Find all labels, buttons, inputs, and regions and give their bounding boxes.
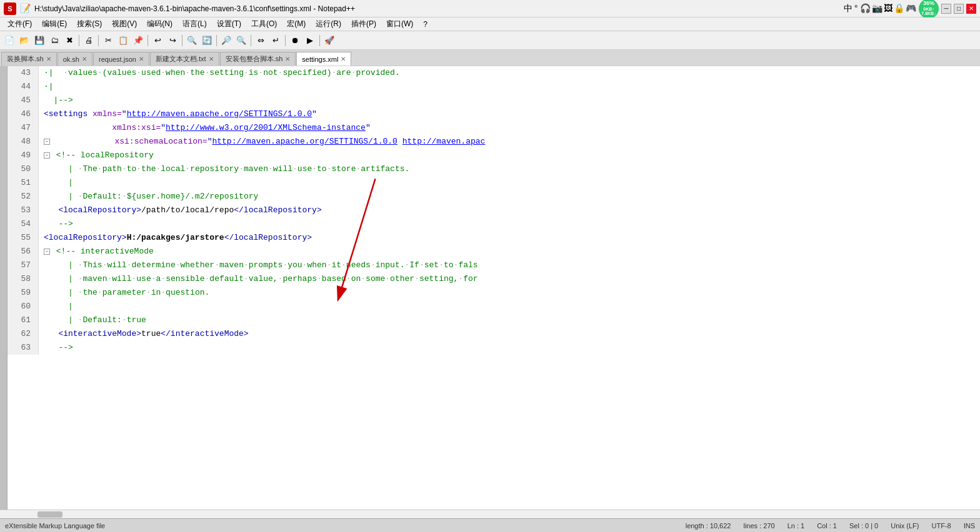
copy-button[interactable]: 📋: [116, 34, 130, 47]
tab-newtxt[interactable]: 新建文本文档.txt ✕: [150, 52, 219, 66]
tab-request[interactable]: request.json ✕: [93, 52, 149, 66]
collapse-48[interactable]: -: [44, 139, 50, 145]
menu-help[interactable]: ?: [418, 19, 432, 30]
title-bar: S 📝 H:\study\Java\ziliao\apache-maven-3.…: [0, 0, 980, 17]
zoom-in-button[interactable]: 🔎: [219, 34, 233, 47]
redo-button[interactable]: ↪: [166, 34, 179, 47]
tab-settings-close[interactable]: ✕: [341, 56, 346, 62]
system-tray-icons: 中 ° 🎧 📷 🖼 🔒 🎮: [844, 3, 916, 14]
h-scroll-thumb[interactable]: [38, 511, 62, 518]
minimize-button[interactable]: ─: [941, 4, 951, 14]
replace-button[interactable]: 🔄: [200, 34, 214, 47]
ln-54: 54: [11, 217, 34, 231]
menu-view[interactable]: 视图(V): [107, 17, 142, 31]
line-49-text: <!-- localRepository: [51, 149, 154, 162]
line-47: xmlns:xsi="http://www.w3.org/2001/XMLSch…: [39, 121, 980, 135]
menu-search[interactable]: 搜索(S): [72, 17, 107, 31]
zoom-out-button[interactable]: 🔍: [234, 34, 248, 47]
line-48-url1: http://maven.apache.org/SETTINGS/1.0.0: [212, 135, 397, 149]
menu-run[interactable]: 运行(R): [311, 17, 346, 31]
line-48-indent: [51, 135, 114, 149]
collapse-56[interactable]: -: [44, 249, 50, 255]
line-59: | ·the·parameter·in·question.: [39, 286, 980, 300]
status-encoding: UTF-8: [931, 522, 951, 530]
tab-ok-label: ok.sh: [63, 56, 79, 63]
tab-bar: 装换脚本.sh ✕ ok.sh ✕ request.json ✕ 新建文本文档.…: [0, 50, 980, 66]
ln-50: 50: [11, 162, 34, 176]
toolbar-sep-5: [216, 35, 217, 46]
menu-settings[interactable]: 设置(T): [212, 17, 246, 31]
tab-zhuanhuan-close[interactable]: ✕: [46, 56, 51, 62]
editor-container: 43 44 45 46 47 48 49 50 51 52 53 54 55 5…: [0, 66, 980, 510]
menu-edit[interactable]: 编辑(E): [37, 17, 72, 31]
line-58-text: | ·maven·will·use·a·sensible·default·val…: [44, 272, 478, 286]
line-46-attr: xmlns=: [92, 107, 122, 121]
network-up: 0KB↑: [921, 7, 936, 12]
tab-request-close[interactable]: ✕: [139, 56, 144, 62]
wrap-button[interactable]: ↵: [269, 34, 282, 47]
find-button[interactable]: 🔍: [185, 34, 199, 47]
paste-button[interactable]: 📌: [131, 34, 145, 47]
open-button[interactable]: 📂: [18, 34, 31, 47]
network-percent: 36%: [921, 1, 936, 7]
line-60: |: [39, 300, 980, 313]
undo-button[interactable]: ↩: [151, 34, 164, 47]
maximize-button[interactable]: □: [954, 4, 964, 14]
tab-newtxt-label: 新建文本文档.txt: [156, 54, 206, 64]
close-button[interactable]: ✕: [966, 4, 976, 14]
line-55: <localRepository>H:/pacakges/jarstore</l…: [39, 231, 980, 245]
save-all-button[interactable]: 🗂: [48, 34, 61, 47]
tab-request-label: request.json: [99, 56, 136, 63]
toolbar-sep-7: [285, 35, 286, 46]
macro-rec-button[interactable]: ⏺: [288, 34, 302, 47]
ln-51: 51: [11, 176, 34, 190]
tab-settings[interactable]: settings.xml ✕: [296, 52, 351, 66]
line-51-text: |: [44, 176, 73, 190]
sync-scroll-button[interactable]: ⇔: [254, 34, 268, 47]
menu-plugin[interactable]: 插件(P): [346, 17, 381, 31]
ln-58: 58: [11, 272, 34, 286]
ln-43: 43: [11, 66, 34, 80]
status-length: length : 10,622: [686, 522, 731, 530]
new-button[interactable]: 📄: [2, 34, 16, 47]
close-button2[interactable]: ✖: [62, 34, 76, 47]
line-63: -->: [39, 341, 980, 355]
print-button[interactable]: 🖨: [82, 34, 96, 47]
menu-language[interactable]: 语言(L): [178, 17, 212, 31]
menu-encode[interactable]: 编码(N): [142, 17, 178, 31]
tab-ok-close[interactable]: ✕: [82, 56, 87, 62]
line-48-url2: http://maven.apac: [402, 135, 486, 149]
line-43-text: ·| ·values·(values·used·when·the·setting…: [44, 66, 400, 80]
line-44: ·|: [39, 80, 980, 94]
status-ins: INS: [964, 522, 975, 530]
tray-icon-4: 📷: [872, 3, 882, 14]
collapse-49[interactable]: -: [44, 152, 50, 159]
tab-install[interactable]: 安装包整合脚本.sh ✕: [220, 52, 296, 66]
tab-zhuanhuan[interactable]: 装换脚本.sh ✕: [1, 52, 57, 66]
tab-newtxt-close[interactable]: ✕: [209, 56, 214, 62]
status-lines: lines : 270: [743, 522, 774, 530]
tray-icon-3: 🎧: [860, 3, 871, 14]
menu-file[interactable]: 文件(F): [2, 17, 37, 31]
tab-install-close[interactable]: ✕: [285, 56, 290, 62]
line-54-text: -->: [58, 217, 72, 231]
macro-play-button[interactable]: ▶: [303, 34, 317, 47]
menu-tools[interactable]: 工具(O): [246, 17, 282, 31]
save-button[interactable]: 💾: [32, 34, 46, 47]
toolbar: 📄 📂 💾 🗂 ✖ 🖨 ✂ 📋 📌 ↩ ↪ 🔍 🔄 🔎 🔍 ⇔ ↵ ⏺ ▶ 🚀: [0, 31, 980, 50]
cut-button[interactable]: ✂: [101, 34, 115, 47]
lines-area: ·| ·values·(values·used·when·the·setting…: [39, 66, 980, 355]
ln-52: 52: [11, 190, 34, 204]
toolbar-sep-1: [79, 35, 79, 46]
tab-ok[interactable]: ok.sh ✕: [58, 52, 92, 66]
line-61-text: | ·Default:·true: [44, 313, 146, 327]
horizontal-scrollbar[interactable]: [0, 510, 980, 518]
run-button[interactable]: 🚀: [322, 34, 336, 47]
file-type: eXtensible Markup Language file: [5, 522, 105, 530]
line-62-val: true: [141, 327, 161, 341]
ln-45: 45: [11, 94, 34, 107]
code-area[interactable]: 43 44 45 46 47 48 49 50 51 52 53 54 55 5…: [8, 66, 980, 510]
ln-48: 48: [11, 135, 34, 149]
menu-window[interactable]: 窗口(W): [381, 17, 418, 31]
menu-macro[interactable]: 宏(M): [282, 17, 311, 31]
